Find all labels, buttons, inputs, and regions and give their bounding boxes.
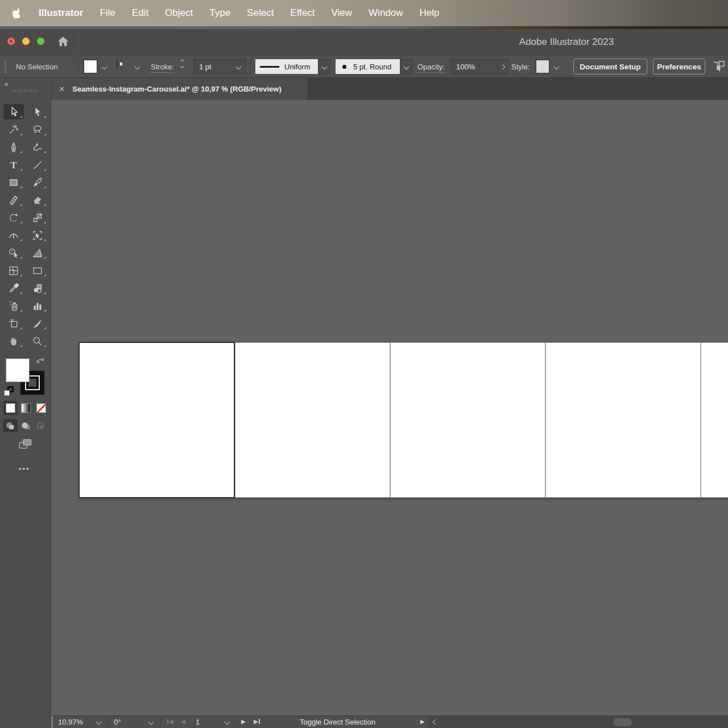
stroke-label[interactable]: Stroke: xyxy=(151,63,174,73)
fill-color-dropdown[interactable] xyxy=(98,60,110,73)
tool-width[interactable] xyxy=(3,228,24,243)
tool-zoom[interactable] xyxy=(27,333,48,349)
titlebar-divider xyxy=(78,35,78,49)
change-screen-mode-icon[interactable] xyxy=(18,438,33,453)
rotation-dropdown[interactable] xyxy=(148,719,154,725)
tool-paintbrush[interactable] xyxy=(27,175,48,190)
tool-shape-builder[interactable] xyxy=(3,245,24,260)
chevron-down-icon[interactable] xyxy=(236,64,242,69)
tool-gradient[interactable] xyxy=(27,263,48,278)
tool-scale[interactable] xyxy=(27,210,48,225)
preferences-button[interactable]: Preferences xyxy=(653,59,705,75)
tool-symbol-sprayer[interactable] xyxy=(3,298,24,313)
edit-toolbar-button[interactable]: ••• xyxy=(19,465,30,473)
tool-selection[interactable] xyxy=(3,104,24,119)
rotation-value[interactable]: 0° xyxy=(114,718,121,726)
zoom-window-button[interactable] xyxy=(37,38,44,45)
tool-rotate[interactable] xyxy=(3,210,24,225)
apple-menu-icon[interactable] xyxy=(13,7,22,19)
menu-object[interactable]: Object xyxy=(165,7,193,19)
home-icon[interactable] xyxy=(56,34,71,49)
gradient-button[interactable] xyxy=(19,401,32,415)
draw-behind-icon[interactable] xyxy=(19,419,33,432)
last-artboard-button[interactable]: ▶ xyxy=(254,718,260,725)
artboard-number[interactable]: 1 xyxy=(196,718,200,726)
tool-slice[interactable] xyxy=(27,316,48,331)
opacity-field[interactable]: 100% xyxy=(451,59,498,74)
draw-normal-icon[interactable] xyxy=(3,419,18,432)
first-artboard-button[interactable]: ◀ xyxy=(167,718,173,725)
none-button[interactable] xyxy=(34,401,48,415)
collapse-panel-button[interactable]: « xyxy=(5,80,8,88)
status-expand-button[interactable]: ▶ xyxy=(420,718,425,725)
opacity-expand-button[interactable] xyxy=(497,59,508,74)
menu-effect[interactable]: Effect xyxy=(290,7,315,19)
menu-type[interactable]: Type xyxy=(209,7,230,19)
tool-eyedropper[interactable] xyxy=(3,280,24,296)
tool-artboard[interactable] xyxy=(3,316,24,331)
tool-blend[interactable] xyxy=(27,280,48,296)
artboard-dropdown[interactable] xyxy=(225,719,230,725)
tool-magic-wand[interactable] xyxy=(3,122,24,137)
tool-direct-selection[interactable] xyxy=(27,104,48,119)
tool-type[interactable] xyxy=(3,157,24,172)
scroll-left-icon[interactable] xyxy=(433,719,439,725)
zoom-level-value[interactable]: 10,97% xyxy=(58,718,83,726)
menu-view[interactable]: View xyxy=(332,7,353,19)
style-dropdown[interactable] xyxy=(551,60,562,73)
tool-column-graph[interactable] xyxy=(27,298,48,313)
draw-inside-icon[interactable] xyxy=(34,419,48,432)
scrollbar-thumb[interactable] xyxy=(613,718,632,726)
fill-color-swatch[interactable] xyxy=(84,60,97,73)
menu-select[interactable]: Select xyxy=(247,7,274,19)
minimize-window-button[interactable] xyxy=(22,38,30,45)
stroke-color-dropdown[interactable] xyxy=(131,60,143,73)
zoom-level-dropdown[interactable] xyxy=(96,719,102,725)
document-setup-button[interactable]: Document Setup xyxy=(573,59,647,75)
menu-edit[interactable]: Edit xyxy=(132,7,148,19)
document-tab[interactable]: × Seamless-Instagram-Carousel.ai* @ 10,9… xyxy=(51,78,308,100)
brush-definition-dropdown[interactable]: 5 pt. Round xyxy=(336,59,400,74)
tool-eraser[interactable] xyxy=(27,192,48,208)
tool-perspective-grid[interactable] xyxy=(27,245,48,260)
previous-artboard-button[interactable]: ◀ xyxy=(181,718,185,725)
menu-file[interactable]: File xyxy=(100,7,115,19)
divider xyxy=(78,59,78,75)
close-tab-icon[interactable]: × xyxy=(59,85,64,94)
active-artboard-outline[interactable] xyxy=(78,342,235,498)
isolate-selection-icon[interactable] xyxy=(712,60,728,75)
opacity-label[interactable]: Opacity: xyxy=(417,63,445,73)
menu-illustrator[interactable]: Illustrator xyxy=(39,7,83,19)
brush-definition-chevron[interactable] xyxy=(400,59,412,74)
horizontal-scrollbar[interactable] xyxy=(429,716,728,728)
close-window-button[interactable] xyxy=(7,38,15,45)
swap-fill-stroke-icon[interactable] xyxy=(35,356,46,369)
menu-help[interactable]: Help xyxy=(420,7,440,19)
tool-free-transform[interactable] xyxy=(27,228,48,243)
fill-color-proxy[interactable] xyxy=(6,358,30,382)
brush-dot-icon xyxy=(342,65,346,69)
tool-hand[interactable] xyxy=(3,333,24,349)
color-button[interactable] xyxy=(3,401,17,415)
next-artboard-button[interactable]: ▶ xyxy=(241,718,246,725)
control-bar-grip[interactable] xyxy=(5,60,6,73)
menu-window[interactable]: Window xyxy=(369,7,403,19)
width-profile-chevron[interactable] xyxy=(318,59,330,74)
tools-panel-grip[interactable] xyxy=(13,89,38,92)
tool-shaper[interactable] xyxy=(3,192,24,208)
tool-pen[interactable] xyxy=(3,139,24,155)
stroke-weight-field[interactable]: 1 pt xyxy=(194,59,246,74)
style-swatch[interactable] xyxy=(536,60,549,73)
tool-curvature[interactable] xyxy=(27,139,48,155)
tool-mesh[interactable] xyxy=(3,263,24,278)
tools-panel: « ••• xyxy=(0,78,51,728)
default-fill-stroke-icon[interactable] xyxy=(3,386,15,397)
status-text: Toggle Direct Selection xyxy=(300,718,375,726)
tool-lasso[interactable] xyxy=(27,122,48,137)
width-profile-dropdown[interactable]: Uniform xyxy=(255,59,318,74)
stroke-color-swatch[interactable] xyxy=(117,59,118,69)
tool-rectangle[interactable] xyxy=(3,175,24,190)
drawing-mode-buttons xyxy=(3,419,48,432)
tool-line-segment[interactable] xyxy=(27,157,48,172)
stroke-weight-stepper[interactable] xyxy=(181,60,184,68)
